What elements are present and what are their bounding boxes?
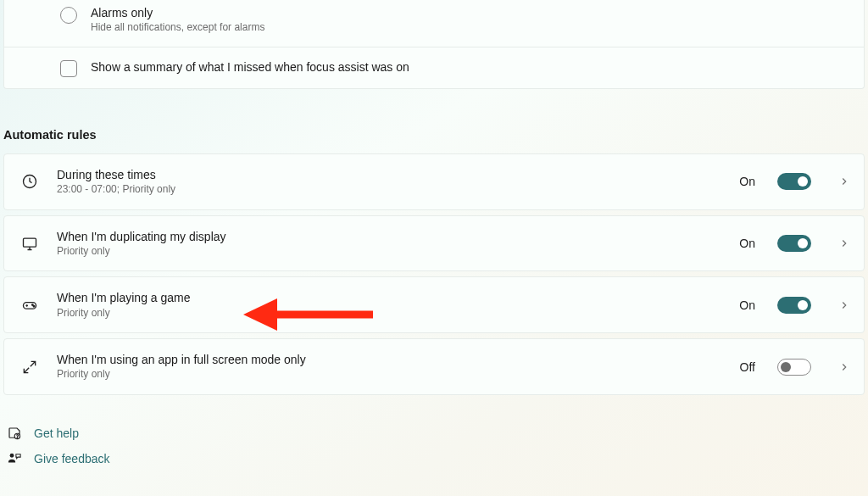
svg-point-3 [32,304,33,306]
chevron-right-icon [838,299,850,311]
toggle-switch[interactable] [777,359,811,376]
svg-rect-1 [24,238,36,247]
section-heading-automatic-rules: Automatic rules [3,128,868,142]
monitor-icon [21,235,38,252]
toggle-switch[interactable] [777,173,811,190]
option-desc: Hide all notifications, except for alarm… [91,21,264,35]
feedback-icon [7,451,22,466]
rule-title: When I'm duplicating my display [57,229,721,244]
link-label: Give feedback [34,452,110,465]
svg-point-4 [33,305,35,307]
get-help-link[interactable]: Get help [7,421,868,446]
option-show-summary[interactable]: Show a summary of what I missed when foc… [4,47,864,88]
rule-desc: Priority only [57,245,721,259]
rule-desc: Priority only [57,307,721,320]
clock-icon [21,173,38,190]
fullscreen-icon [21,359,38,376]
rule-title: When I'm using an app in full screen mod… [57,352,721,367]
svg-point-7 [10,454,14,458]
svg-point-6 [17,437,18,437]
radio-icon[interactable] [60,7,77,24]
checkbox-icon[interactable] [60,60,77,77]
help-icon [7,426,22,441]
chevron-right-icon [838,237,850,249]
footer-links: Get help Give feedback [7,421,868,471]
toggle-state-label: On [739,237,755,250]
rule-duplicating-display[interactable]: When I'm duplicating my display Priority… [3,215,865,272]
give-feedback-link[interactable]: Give feedback [7,446,868,471]
focus-mode-options: Alarms only Hide all notifications, exce… [3,0,865,89]
toggle-switch[interactable] [777,235,811,252]
rule-during-times[interactable]: During these times 23:00 - 07:00; Priori… [3,153,865,210]
rule-playing-game[interactable]: When I'm playing a game Priority only On [3,276,865,333]
toggle-state-label: On [739,175,755,188]
rule-desc: Priority only [57,368,721,382]
rule-title: During these times [57,167,721,182]
rule-fullscreen-app[interactable]: When I'm using an app in full screen mod… [3,338,865,395]
link-label: Get help [34,426,79,440]
chevron-right-icon [838,176,850,187]
rule-title: When I'm playing a game [57,290,721,305]
chevron-right-icon [838,361,850,373]
gamepad-icon [21,297,38,314]
toggle-switch[interactable] [777,297,811,314]
toggle-state-label: Off [740,360,755,374]
option-title: Show a summary of what I missed when foc… [91,59,409,75]
option-title: Alarms only [91,5,264,20]
option-alarms-only[interactable]: Alarms only Hide all notifications, exce… [4,0,864,47]
rule-desc: 23:00 - 07:00; Priority only [57,183,721,197]
toggle-state-label: On [739,298,755,312]
